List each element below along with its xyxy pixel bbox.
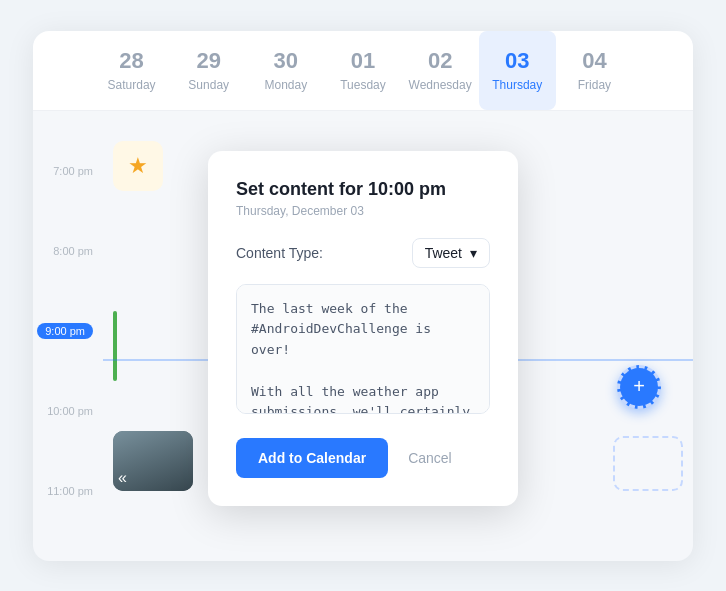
modal-title: Set content for 10:00 pm	[236, 179, 490, 200]
chevron-down-icon: ▾	[470, 245, 477, 261]
modal-actions: Add to Calendar Cancel	[236, 438, 490, 478]
content-type-row: Content Type: Tweet ▾	[236, 238, 490, 268]
modal-dialog: Set content for 10:00 pm Thursday, Decem…	[208, 151, 518, 506]
modal-subtitle: Thursday, December 03	[236, 204, 490, 218]
content-type-label: Content Type:	[236, 245, 323, 261]
tweet-text-area[interactable]	[236, 284, 490, 414]
cancel-button[interactable]: Cancel	[408, 450, 452, 466]
content-type-select[interactable]: Tweet ▾	[412, 238, 490, 268]
modal-overlay: Set content for 10:00 pm Thursday, Decem…	[33, 31, 693, 561]
add-to-calendar-button[interactable]: Add to Calendar	[236, 438, 388, 478]
app-container: 28Saturday29Sunday30Monday01Tuesday02Wed…	[33, 31, 693, 561]
content-type-value: Tweet	[425, 245, 462, 261]
